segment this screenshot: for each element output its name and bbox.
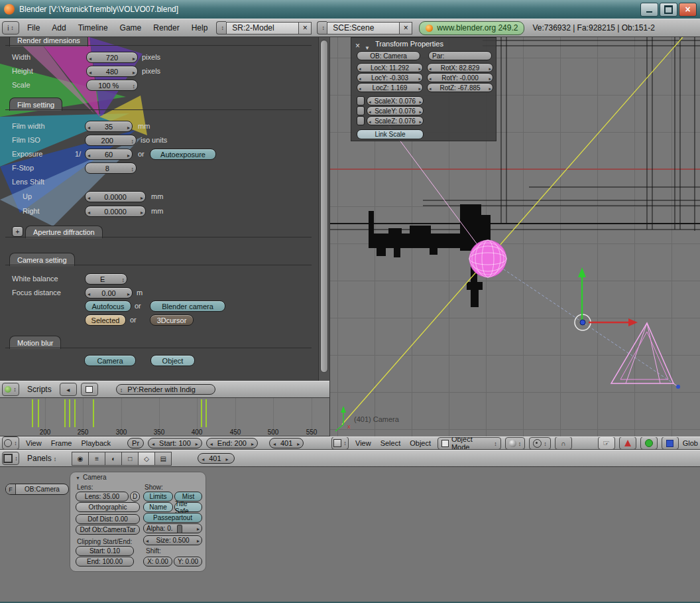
viewport-menu-select[interactable]: Select — [376, 439, 406, 447]
scene-name[interactable]: SCE:Scene — [327, 22, 400, 34]
camera-button[interactable]: Camera — [84, 355, 136, 366]
scene-selector[interactable]: SCE:Scene × — [317, 22, 412, 34]
timeline-menu-frame[interactable]: Frame — [46, 439, 77, 447]
timeline-marker[interactable] — [69, 399, 70, 427]
timeline-marker[interactable] — [201, 399, 202, 427]
fstop-field[interactable]: 8 — [85, 163, 137, 174]
context-scene-button[interactable]: ▤ — [154, 452, 172, 466]
camera-sphere-object[interactable] — [469, 240, 506, 277]
object-name-field[interactable]: F OB:Camera — [5, 484, 69, 495]
menu-help[interactable]: Help — [186, 23, 214, 33]
rotz-field[interactable]: RotZ: -67.885 — [427, 83, 493, 92]
shift-y-field[interactable]: Y: 0.00 — [174, 557, 202, 567]
blender-url-field[interactable]: www.blender.org 249.2 — [419, 21, 524, 35]
name-toggle[interactable]: Name — [143, 502, 173, 512]
lens-shift-right-field[interactable]: 0.0000 — [85, 206, 146, 217]
aperture-expand-button[interactable]: + — [12, 226, 23, 237]
draw-mode-dropdown[interactable] — [505, 437, 526, 450]
pivot-dropdown[interactable] — [529, 437, 551, 450]
preview-button[interactable]: Pr — [127, 438, 144, 448]
screen-browse-icon[interactable] — [216, 21, 226, 34]
panels-menu[interactable]: Panels — [21, 454, 62, 463]
screen-selector[interactable]: SR:2-Model × — [216, 22, 312, 34]
rotx-field[interactable]: RotX: 82.829 — [427, 63, 493, 72]
translate-manipulator[interactable] — [575, 267, 638, 330]
fake-user-button[interactable]: F — [6, 484, 16, 494]
transform-properties-panel[interactable]: Transform Properties OB: Camera Par: Loc… — [351, 37, 496, 141]
scrollbar-thumb[interactable] — [320, 40, 328, 373]
menu-game[interactable]: Game — [114, 23, 148, 33]
scaley-field[interactable]: ScaleY: 0.076 — [367, 106, 424, 115]
viewport-editor-type-button[interactable] — [331, 436, 349, 450]
limits-toggle[interactable]: Limits — [143, 492, 173, 502]
selected-button[interactable]: Selected — [85, 314, 126, 326]
scene-delete-button[interactable]: × — [400, 22, 412, 34]
focus-distance-field[interactable]: 0.00 — [85, 287, 133, 299]
context-logic-button[interactable]: ◉ — [72, 452, 89, 466]
lens-d-toggle[interactable]: D — [130, 492, 140, 502]
locx-field[interactable]: LocX: 11.292 — [357, 63, 423, 72]
passepartout-toggle[interactable]: Passepartout — [143, 513, 202, 523]
menu-timeline[interactable]: Timeline — [72, 23, 114, 33]
menu-file[interactable]: File — [21, 23, 46, 33]
scaley-lock-toggle[interactable] — [357, 106, 365, 115]
slider-knob[interactable] — [177, 525, 182, 533]
white-balance-field[interactable]: E — [85, 273, 127, 285]
active-script-field[interactable]: PY:Render with Indig — [116, 384, 215, 395]
menu-scripts[interactable]: Scripts — [21, 385, 58, 394]
window-titlebar[interactable]: Blender [V:\YannickTrembly\VOLVO07.blend… — [0, 0, 700, 19]
lens-shift-up-field[interactable]: 0.0000 — [85, 191, 146, 202]
context-script-button[interactable]: ≡ — [88, 452, 105, 466]
editor-type-button[interactable]: i — [2, 21, 19, 34]
locy-field[interactable]: LocY: -0.303 — [357, 73, 423, 82]
timeline-marker[interactable] — [205, 399, 207, 427]
ob-name-field[interactable]: OB: Camera — [357, 51, 420, 60]
lens-field[interactable]: Lens: 35.00 — [76, 492, 129, 502]
panel-motion-blur-header[interactable]: Motion blur — [9, 336, 61, 349]
panel-film-setting-header[interactable]: Film setting — [9, 98, 62, 111]
context-object-button[interactable]: □ — [121, 452, 139, 466]
shift-x-field[interactable]: X: 0.00 — [143, 557, 172, 567]
width-field[interactable]: 720 — [86, 52, 138, 63]
dof-distance-field[interactable]: Dof Dist: 0.00 — [76, 514, 140, 524]
camera-data-panel[interactable]: Camera Lens: Show: Lens: 35.00 D Limits … — [70, 472, 206, 572]
timeline-marker[interactable] — [74, 399, 76, 427]
orthographic-toggle[interactable]: Orthographic — [76, 502, 140, 512]
timeline-marker[interactable] — [32, 399, 33, 427]
film-width-field[interactable]: 35 — [85, 121, 133, 132]
timeline-editor-type-button[interactable] — [2, 436, 19, 450]
menu-render[interactable]: Render — [147, 23, 185, 33]
title-safe-toggle[interactable]: Title Safe — [174, 502, 202, 512]
panel-close-icon[interactable] — [355, 39, 360, 51]
timeline-marker[interactable] — [64, 399, 66, 427]
scalez-field[interactable]: ScaleZ: 0.076 — [367, 116, 424, 125]
alpha-slider[interactable]: Alpha: 0. — [143, 523, 202, 533]
minimize-button[interactable] — [640, 3, 658, 17]
height-field[interactable]: 480 — [86, 66, 138, 77]
clip-end-field[interactable]: End: 100.00 — [76, 557, 134, 567]
dof-object-field[interactable]: Dof Ob:CameraTar — [76, 525, 140, 535]
object-button[interactable]: Object — [150, 355, 195, 366]
clip-start-field[interactable]: Start: 0.10 — [76, 546, 134, 556]
roty-field[interactable]: RotY: -0.000 — [427, 73, 493, 82]
buttons-frame-field[interactable]: 401 — [198, 453, 235, 464]
manipulator-rotate-button[interactable] — [640, 436, 658, 450]
scalez-lock-toggle[interactable] — [357, 116, 365, 125]
timeline-marker[interactable] — [38, 399, 39, 427]
script-window-button[interactable] — [81, 383, 98, 396]
spotlight-cone-object[interactable] — [611, 323, 680, 389]
script-back-button[interactable]: ◂ — [60, 383, 77, 396]
maximize-button[interactable] — [660, 3, 677, 17]
parent-field[interactable]: Par: — [428, 51, 492, 60]
timeline-end-field[interactable]: End: 200 — [206, 438, 258, 448]
screen-name[interactable]: SR:2-Model — [226, 22, 299, 34]
camera-panel-header[interactable]: Camera — [76, 474, 107, 481]
scalex-field[interactable]: ScaleX: 0.076 — [367, 96, 424, 105]
exposure-field[interactable]: 60 — [85, 149, 133, 160]
viewport-menu-view[interactable]: View — [351, 439, 376, 447]
panel-camera-setting-header[interactable]: Camera setting — [9, 253, 75, 266]
scale-field[interactable]: 100 % — [86, 80, 138, 91]
mode-dropdown[interactable]: Object Mode — [438, 437, 501, 450]
close-button[interactable] — [679, 3, 697, 17]
autoexposure-button[interactable]: Autoexposure — [150, 149, 216, 160]
